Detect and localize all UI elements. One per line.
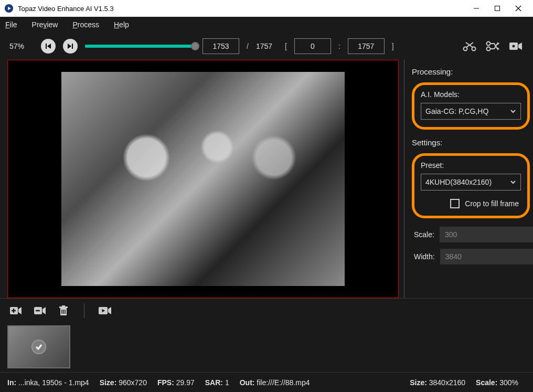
- menu-file[interactable]: File: [5, 20, 17, 29]
- svg-marker-7: [47, 44, 51, 49]
- status-in-value: ...inka, 1950s - 1.mp4: [18, 378, 89, 387]
- thumbnail-row: [0, 322, 533, 372]
- chevron-down-icon: [510, 179, 516, 185]
- status-out-label: Out:: [240, 378, 255, 387]
- app-logo-icon: [4, 4, 14, 13]
- ai-models-value: Gaia-CG: P,CG,HQ: [425, 107, 488, 115]
- toolbar-divider: [84, 303, 84, 318]
- zoom-display: 57%: [9, 42, 34, 50]
- preview-viewport[interactable]: [7, 60, 399, 298]
- toolbar: 57% / 1757 [ : ]: [0, 33, 533, 60]
- svg-rect-6: [46, 44, 47, 49]
- status-bar: In: ...inka, 1950s - 1.mp4 Size: 960x720…: [0, 372, 533, 392]
- status-fps-value: 29.97: [176, 378, 195, 387]
- svg-marker-17: [497, 47, 499, 50]
- cut-button[interactable]: [462, 40, 477, 52]
- status-sar-label: SAR:: [205, 378, 223, 387]
- window-title: Topaz Video Enhance AI V1.5.3: [18, 5, 466, 13]
- menu-process[interactable]: Process: [72, 20, 99, 29]
- svg-marker-37: [108, 307, 111, 314]
- status-in-label: In:: [7, 378, 16, 387]
- menu-preview[interactable]: Preview: [32, 20, 58, 29]
- delete-button[interactable]: [57, 305, 70, 316]
- prev-frame-button[interactable]: [41, 39, 56, 54]
- range-end-input[interactable]: [348, 38, 385, 54]
- status-out-value: file:///E://88.mp4: [257, 378, 310, 387]
- ai-models-select[interactable]: Gaia-CG: P,CG,HQ: [421, 103, 521, 120]
- status-size2-label: Size:: [410, 378, 427, 387]
- current-frame-input[interactable]: [202, 38, 239, 54]
- status-size2-value: 3840x2160: [429, 378, 465, 387]
- preset-select[interactable]: 4KUHD(3840x2160): [421, 174, 521, 190]
- ai-models-group: A.I. Models: Gaia-CG: P,CG,HQ: [412, 82, 530, 130]
- side-panel: Processing: A.I. Models: Gaia-CG: P,CG,H…: [404, 60, 533, 298]
- next-frame-button[interactable]: [63, 39, 78, 54]
- ai-models-label: A.I. Models:: [421, 90, 521, 99]
- done-badge: [31, 340, 46, 354]
- width-input[interactable]: [440, 249, 533, 264]
- minimize-button[interactable]: [466, 0, 487, 17]
- svg-marker-19: [518, 43, 522, 50]
- svg-rect-9: [72, 44, 73, 49]
- preset-label: Preset:: [421, 161, 521, 169]
- maximize-button[interactable]: [487, 0, 508, 17]
- record-button[interactable]: [508, 40, 524, 52]
- svg-rect-3: [495, 6, 500, 11]
- preset-value: 4KUHD(3840x2160): [425, 178, 492, 186]
- svg-point-15: [487, 47, 491, 51]
- svg-marker-8: [68, 44, 71, 49]
- menubar: File Preview Process Help: [0, 17, 533, 33]
- close-button[interactable]: [508, 0, 529, 17]
- shuffle-button[interactable]: [485, 40, 500, 52]
- svg-rect-32: [62, 305, 65, 306]
- add-clip-button[interactable]: [8, 305, 22, 316]
- scale-label: Scale:: [414, 230, 434, 239]
- status-scale-label: Scale:: [476, 378, 497, 387]
- bottom-toolbar: [0, 298, 533, 322]
- preview-image: [61, 72, 345, 286]
- svg-marker-28: [42, 307, 46, 314]
- timeline-slider[interactable]: [85, 45, 195, 48]
- frame-separator: /: [247, 42, 249, 50]
- range-start-input[interactable]: [294, 38, 331, 54]
- svg-marker-24: [18, 307, 22, 314]
- preset-group: Preset: 4KUHD(3840x2160) Crop to fill fr…: [412, 153, 530, 218]
- range-colon: :: [338, 42, 340, 50]
- main-area: Processing: A.I. Models: Gaia-CG: P,CG,H…: [0, 60, 533, 298]
- status-sar-value: 1: [225, 378, 229, 387]
- scale-input[interactable]: [440, 227, 533, 242]
- processing-heading: Processing:: [412, 67, 533, 76]
- total-frames: 1757: [256, 42, 272, 50]
- svg-rect-31: [59, 306, 68, 308]
- clip-thumbnail[interactable]: [7, 325, 70, 368]
- titlebar: Topaz Video Enhance AI V1.5.3: [0, 0, 533, 17]
- range-end-bracket: ]: [392, 42, 394, 50]
- status-size1-value: 960x720: [119, 378, 147, 387]
- status-fps-label: FPS:: [157, 378, 174, 387]
- slider-thumb[interactable]: [191, 42, 199, 50]
- range-start-bracket: [: [285, 42, 287, 50]
- chevron-down-icon: [510, 108, 516, 114]
- export-button[interactable]: [98, 305, 112, 316]
- svg-point-14: [487, 42, 491, 46]
- settings-heading: Settings:: [412, 138, 533, 147]
- status-size1-label: Size:: [100, 378, 117, 387]
- menu-help[interactable]: Help: [114, 20, 129, 29]
- svg-point-20: [512, 45, 515, 48]
- remove-clip-button[interactable]: [33, 305, 46, 316]
- crop-checkbox[interactable]: [450, 199, 460, 208]
- svg-marker-16: [497, 42, 499, 45]
- status-scale-value: 300%: [499, 378, 518, 387]
- crop-label: Crop to fill frame: [465, 199, 519, 208]
- width-label: Width:: [414, 252, 435, 261]
